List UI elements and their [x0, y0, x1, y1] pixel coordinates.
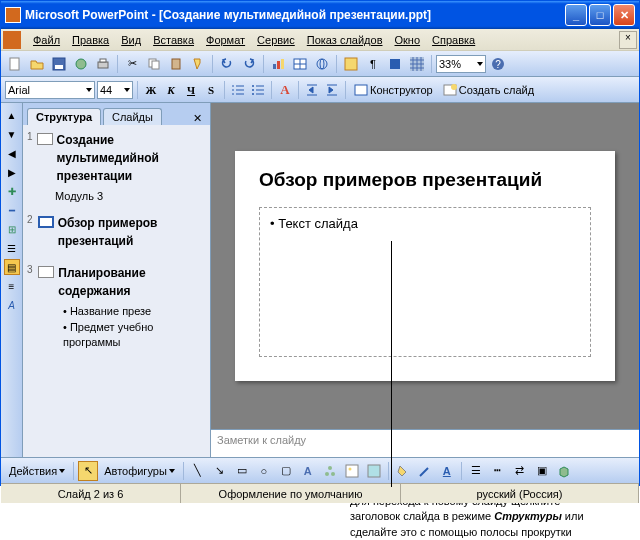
font-size-up-icon[interactable]: A — [276, 81, 294, 99]
arrow-left-icon[interactable]: ◀ — [4, 145, 20, 161]
menu-insert[interactable]: Вставка — [147, 32, 200, 48]
menu-tools[interactable]: Сервис — [251, 32, 301, 48]
line-icon[interactable]: ╲ — [188, 461, 208, 481]
slide[interactable]: Обзор примеров презентаций • Текст слайд… — [235, 151, 615, 381]
clipart-icon[interactable] — [342, 461, 362, 481]
select-icon[interactable]: ↖ — [78, 461, 98, 481]
fill-color-icon[interactable] — [393, 461, 413, 481]
arrow-icon[interactable]: ↘ — [210, 461, 230, 481]
table-icon[interactable] — [290, 54, 310, 74]
arrow-right-icon[interactable]: ▶ — [4, 164, 20, 180]
menu-format[interactable]: Формат — [200, 32, 251, 48]
cut-icon[interactable]: ✂ — [122, 54, 142, 74]
font-size-selector[interactable]: 44 — [97, 81, 133, 99]
menu-window[interactable]: Окно — [389, 32, 427, 48]
shadow-style-icon[interactable]: ▣ — [532, 461, 552, 481]
workspace: ▲ ▼ ◀ ▶ ✚ ━ ⊞ ☰ ▤ ≡ A Структура Слайды ✕… — [1, 103, 639, 457]
new-icon[interactable] — [5, 54, 25, 74]
notes-pane[interactable]: Заметки к слайду — [211, 429, 639, 457]
bullets-icon[interactable] — [249, 81, 267, 99]
rectangle-icon[interactable]: ▭ — [232, 461, 252, 481]
outline-item[interactable]: 1 Создание мультимедийной презентации — [27, 131, 206, 185]
font-selector[interactable]: Arial — [5, 81, 95, 99]
bold-button[interactable]: Ж — [142, 81, 160, 99]
svg-point-15 — [317, 59, 327, 69]
outline-item[interactable]: 3 Планирование содержания — [27, 264, 206, 300]
paste-icon[interactable] — [166, 54, 186, 74]
slide-pane: Обзор примеров презентаций • Текст слайд… — [211, 103, 639, 457]
shadow-button[interactable]: S — [202, 81, 220, 99]
zoom-selector[interactable]: 33% — [436, 55, 486, 73]
menu-help[interactable]: Справка — [426, 32, 481, 48]
svg-rect-17 — [345, 58, 357, 70]
italic-button[interactable]: К — [162, 81, 180, 99]
tab-outline[interactable]: Структура — [27, 108, 101, 125]
tab-slides[interactable]: Слайды — [103, 108, 162, 125]
design-button[interactable]: Конструктор — [350, 81, 437, 99]
color-icon[interactable] — [385, 54, 405, 74]
underline-button[interactable]: Ч — [182, 81, 200, 99]
menu-file[interactable]: Файл — [27, 32, 66, 48]
close-button[interactable]: ✕ — [613, 4, 635, 26]
help-box[interactable]: × — [619, 31, 637, 49]
save-icon[interactable] — [49, 54, 69, 74]
summary-icon[interactable]: ▤ — [4, 259, 20, 275]
format-painter-icon[interactable] — [188, 54, 208, 74]
svg-point-29 — [325, 472, 329, 476]
outline-body[interactable]: 1 Создание мультимедийной презентации Мо… — [23, 125, 210, 457]
arrow-down-icon[interactable]: ▼ — [4, 126, 20, 142]
copy-icon[interactable] — [144, 54, 164, 74]
menu-edit[interactable]: Правка — [66, 32, 115, 48]
numbering-icon[interactable] — [229, 81, 247, 99]
new-slide-button[interactable]: Создать слайд — [439, 81, 538, 99]
outline-subtitle: Модуль 3 — [55, 189, 206, 204]
outline-item[interactable]: 2 Обзор примеров презентаций — [27, 214, 206, 250]
slide-title[interactable]: Обзор примеров презентаций — [259, 169, 591, 191]
slide-canvas[interactable]: Обзор примеров презентаций • Текст слайд… — [211, 103, 639, 429]
permission-icon[interactable] — [71, 54, 91, 74]
tables-borders-icon[interactable] — [341, 54, 361, 74]
arrow-up-icon[interactable]: ▲ — [4, 107, 20, 123]
textbox-icon[interactable]: ▢ — [276, 461, 296, 481]
pane-close-icon[interactable]: ✕ — [189, 112, 206, 125]
minimize-button[interactable]: _ — [565, 4, 587, 26]
menu-slideshow[interactable]: Показ слайдов — [301, 32, 389, 48]
drawing-toolbar: Действия ↖ Автофигуры ╲ ↘ ▭ ○ ▢ A A ☰ ┅ … — [1, 457, 639, 483]
picture-icon[interactable] — [364, 461, 384, 481]
expand-all-icon[interactable]: ⊞ — [4, 221, 20, 237]
chart-icon[interactable] — [268, 54, 288, 74]
plus-icon[interactable]: ✚ — [4, 183, 20, 199]
actions-menu[interactable]: Действия — [5, 465, 69, 477]
grid-icon[interactable] — [407, 54, 427, 74]
help-icon[interactable]: ? — [488, 54, 508, 74]
dash-style-icon[interactable]: ┅ — [488, 461, 508, 481]
3d-style-icon[interactable] — [554, 461, 574, 481]
line-color-icon[interactable] — [415, 461, 435, 481]
redo-icon[interactable] — [239, 54, 259, 74]
font-a-icon[interactable]: A — [4, 297, 20, 313]
open-icon[interactable] — [27, 54, 47, 74]
minus-icon[interactable]: ━ — [4, 202, 20, 218]
maximize-button[interactable]: □ — [589, 4, 611, 26]
arrow-style-icon[interactable]: ⇄ — [510, 461, 530, 481]
increase-indent-icon[interactable] — [323, 81, 341, 99]
decrease-indent-icon[interactable] — [303, 81, 321, 99]
autoshapes-menu[interactable]: Автофигуры — [100, 465, 179, 477]
undo-icon[interactable] — [217, 54, 237, 74]
hyperlink-icon[interactable] — [312, 54, 332, 74]
line-style-icon[interactable]: ☰ — [466, 461, 486, 481]
view-bar: ▲ ▼ ◀ ▶ ✚ ━ ⊞ ☰ ▤ ≡ A — [1, 103, 23, 457]
font-color-icon[interactable]: A — [437, 461, 457, 481]
diagram-icon[interactable] — [320, 461, 340, 481]
app-menu-icon[interactable] — [3, 31, 21, 49]
slide-body[interactable]: • Текст слайда — [259, 207, 591, 357]
oval-icon[interactable]: ○ — [254, 461, 274, 481]
slide-icon — [38, 266, 54, 278]
svg-point-30 — [331, 472, 335, 476]
wordart-icon[interactable]: A — [298, 461, 318, 481]
show-hide-icon[interactable]: ¶ — [363, 54, 383, 74]
menu-view[interactable]: Вид — [115, 32, 147, 48]
show-formatting-icon[interactable]: ≡ — [4, 278, 20, 294]
collapse-all-icon[interactable]: ☰ — [4, 240, 20, 256]
print-icon[interactable] — [93, 54, 113, 74]
